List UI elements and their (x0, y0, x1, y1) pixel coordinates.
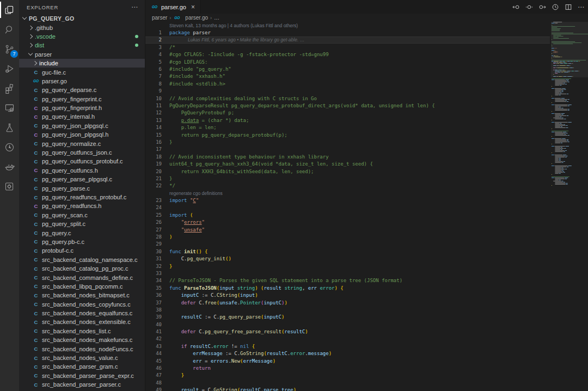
tree-file-src-backend-parser-gram-c[interactable]: Csrc_backend_parser_gram.c (19, 362, 145, 371)
code-line-39[interactable]: 39 resultC := C.pg_query_parse(inputC) (145, 314, 550, 321)
gutter-next-change-icon[interactable] (538, 3, 546, 11)
tree-file-protobuf-c-c[interactable]: Cprotobuf-c.c (19, 246, 145, 255)
tree-file-src-backend-nodes-equalfuncs-c[interactable]: Csrc_backend_nodes_equalfuncs.c (19, 309, 145, 317)
container-tools-icon[interactable] (0, 176, 19, 196)
code-line-15[interactable]: 15 return pg_query_deparse_protobuf(p); (145, 131, 550, 138)
tree-file-pg-query-readfuncs-h[interactable]: Cpg_query_readfuncs.h (19, 201, 145, 210)
tree-file-src-backend-parser-parse-expr-c[interactable]: Csrc_backend_parser_parse_expr.c (19, 371, 145, 380)
tree-file-pg-query-deparse-c[interactable]: Cpg_query_deparse.c (19, 85, 145, 94)
tree-file-pg-query-c[interactable]: Cpg_query.c (19, 228, 145, 237)
tree-file-src-backend-nodes-extensible-c[interactable]: Csrc_backend_nodes_extensible.c (19, 317, 145, 326)
code-line-44[interactable]: 44 errMessage := C.GoString(resultC.erro… (145, 350, 550, 357)
code-line-41[interactable]: 41 defer C.pg_query_free_parse_result(re… (145, 328, 550, 335)
codelens-regenerate-cgo[interactable]: regenerate cgo definitions (169, 191, 223, 196)
breadcrumb-file[interactable]: parser.go (185, 15, 208, 21)
tree-file-src-backend-nodes-value-c[interactable]: Csrc_backend_nodes_value.c (19, 353, 145, 362)
tree-file-src-backend-nodes-nodefuncs-c[interactable]: Csrc_backend_nodes_nodeFuncs.c (19, 344, 145, 353)
tree-file-pg-query-json-plpgsql-c[interactable]: Cpg_query_json_plpgsql.c (19, 121, 145, 130)
tree-file-pg-query-fingerprint-c[interactable]: Cpg_query_fingerprint.c (19, 95, 145, 103)
code-line-36[interactable]: 36 inputC := C.CString(input) (145, 291, 550, 298)
tree-folder-pg-query-go[interactable]: PG_QUERY_GO (19, 14, 145, 23)
code-line-19[interactable]: 19uint64_t pg_query_hash_xxh3_64(void *d… (145, 160, 550, 167)
tree-file-pg-query-split-c[interactable]: Cpg_query_split.c (19, 219, 145, 228)
code-line-17[interactable]: 17 (145, 146, 550, 153)
tree-file-pg-query-outfuncs-json-c[interactable]: Cpg_query_outfuncs_json.c (19, 148, 145, 157)
search-icon[interactable] (0, 20, 19, 39)
code-line-46[interactable]: 46 return (145, 364, 550, 371)
gitlens-blame-icon[interactable] (552, 3, 559, 11)
run-debug-icon[interactable] (0, 59, 19, 78)
codelens-authors[interactable]: Steven Kalt, 13 months ago | 4 authors (… (169, 23, 298, 28)
remote-explorer-icon[interactable] (0, 98, 19, 118)
code-line-7[interactable]: 7#include "xxhash.h" (145, 73, 550, 80)
tree-file-pg-query-parse-plpgsql-c[interactable]: Cpg_query_parse_plpgsql.c (19, 175, 145, 184)
code-line-21[interactable]: 21} (145, 175, 550, 182)
gutter-previous-change-icon[interactable] (512, 3, 520, 11)
tree-file-src-backend-catalog-namespace-c[interactable]: Csrc_backend_catalog_namespace.c (19, 255, 145, 264)
tab-close-icon[interactable]: × (191, 3, 195, 11)
tree-file-pg-query-internal-h[interactable]: Cpg_query_internal.h (19, 112, 145, 121)
testing-icon[interactable] (0, 118, 19, 137)
tree-file-pg-query-json-plpgsql-h[interactable]: Cpg_query_json_plpgsql.h (19, 130, 145, 139)
code-line-35[interactable]: 35func ParseToJSON(input string) (result… (145, 284, 550, 291)
breadcrumb-symbol[interactable]: … (214, 15, 219, 21)
code-line-47[interactable]: 47 } (145, 372, 550, 379)
code-line-6[interactable]: 6#include "pg_query.h" (145, 65, 550, 72)
tree-folder--vscode[interactable]: .vscode (19, 32, 145, 41)
history-icon[interactable] (0, 137, 19, 157)
code-line-25[interactable]: 25import ( (145, 211, 550, 218)
tree-folder-include[interactable]: include (19, 59, 145, 68)
tree-folder-dist[interactable]: dist (19, 41, 145, 50)
tree-file-parser-go[interactable]: GOparser.go (19, 77, 145, 85)
code-line-16[interactable]: 16} (145, 138, 550, 145)
code-line-1[interactable]: 1package parser (145, 29, 550, 36)
code-line-20[interactable]: 20 return XXH3_64bits_withSeed(data, len… (145, 168, 550, 175)
code-line-27[interactable]: 27 "unsafe" (145, 226, 550, 233)
explorer-more-actions-icon[interactable]: ⋯ (131, 3, 138, 11)
code-line-13[interactable]: 13 p.data = (char *) data; (145, 117, 550, 124)
tree-file-pg-query-outfuncs-protobuf-c[interactable]: Cpg_query_outfuncs_protobuf.c (19, 157, 145, 166)
code-line-29[interactable]: 29 (145, 241, 550, 248)
extensions-icon[interactable] (0, 78, 19, 98)
code-line-3[interactable]: 3/* (145, 44, 550, 51)
code-line-34[interactable]: 34// ParseToJSON - Parses the given SQL … (145, 277, 550, 284)
code-line-5[interactable]: 5#cgo LDFLAGS: (145, 58, 550, 65)
code-line-28[interactable]: 28) (145, 233, 550, 240)
tree-folder-parser[interactable]: parser (19, 50, 145, 59)
code-line-40[interactable]: 40 (145, 321, 550, 328)
code-line-22[interactable]: 22*/ (145, 182, 550, 190)
tree-file-src-backend-nodes-list-c[interactable]: Csrc_backend_nodes_list.c (19, 327, 145, 335)
docker-icon[interactable] (0, 157, 19, 176)
code-line-31[interactable]: 31 C.pg_query_init() (145, 255, 550, 262)
tree-file-pg-query-readfuncs-protobuf-c[interactable]: Cpg_query_readfuncs_protobuf.c (19, 193, 145, 201)
tree-file-pg-query-normalize-c[interactable]: Cpg_query_normalize.c (19, 139, 145, 148)
code-line-2[interactable]: 2Lukas Fittl, 6 years ago • Make the lib… (145, 36, 550, 44)
minimap-slider[interactable] (551, 22, 588, 77)
code-line-4[interactable]: 4#cgo CFLAGS: -Iinclude -g -fstack-prote… (145, 51, 550, 58)
code-line-30[interactable]: 30func init() { (145, 248, 550, 255)
split-editor-icon[interactable] (565, 3, 572, 11)
code-line-48[interactable]: 48 (145, 379, 550, 386)
tree-file-src-backend-nodes-makefuncs-c[interactable]: Csrc_backend_nodes_makefuncs.c (19, 335, 145, 344)
explorer-icon[interactable] (0, 0, 19, 20)
code-line-12[interactable]: 12 PgQueryProtobuf p; (145, 109, 550, 117)
source-control-icon[interactable]: 7 (0, 39, 19, 59)
tab-parser-go[interactable]: GO parser.go × (145, 0, 201, 14)
code-line-26[interactable]: 26 "errors" (145, 219, 550, 226)
tree-file-src-backend-parser-parser-c[interactable]: Csrc_backend_parser_parser.c (19, 380, 145, 389)
code-line-11[interactable]: 11PgQueryDeparseResult pg_query_deparse_… (145, 102, 550, 109)
tree-file-src-backend-nodes-copyfuncs-c[interactable]: Csrc_backend_nodes_copyfuncs.c (19, 300, 145, 309)
code-line-18[interactable]: 18// Avoid inconsistent type behaviour i… (145, 153, 550, 160)
tree-file-pg-query-pb-c-c[interactable]: Cpg_query.pb-c.c (19, 237, 145, 246)
tree-file-pg-query-scan-c[interactable]: Cpg_query_scan.c (19, 211, 145, 219)
gutter-open-changes-icon[interactable] (525, 3, 533, 11)
code-line-38[interactable]: 38 (145, 306, 550, 313)
tree-file-pg-query-outfuncs-h[interactable]: Cpg_query_outfuncs.h (19, 166, 145, 175)
tree-folder--github[interactable]: .github (19, 23, 145, 32)
tree-file-src-backend-commands-define-c[interactable]: Csrc_backend_commands_define.c (19, 273, 145, 282)
breadcrumb-folder[interactable]: parser (152, 15, 167, 21)
code-line-9[interactable]: 9 (145, 88, 550, 95)
code-line-24[interactable]: 24 (145, 204, 550, 211)
tree-file-pg-query-fingerprint-h[interactable]: Cpg_query_fingerprint.h (19, 103, 145, 112)
tree-file-guc-file-c[interactable]: Cguc-file.c (19, 68, 145, 76)
